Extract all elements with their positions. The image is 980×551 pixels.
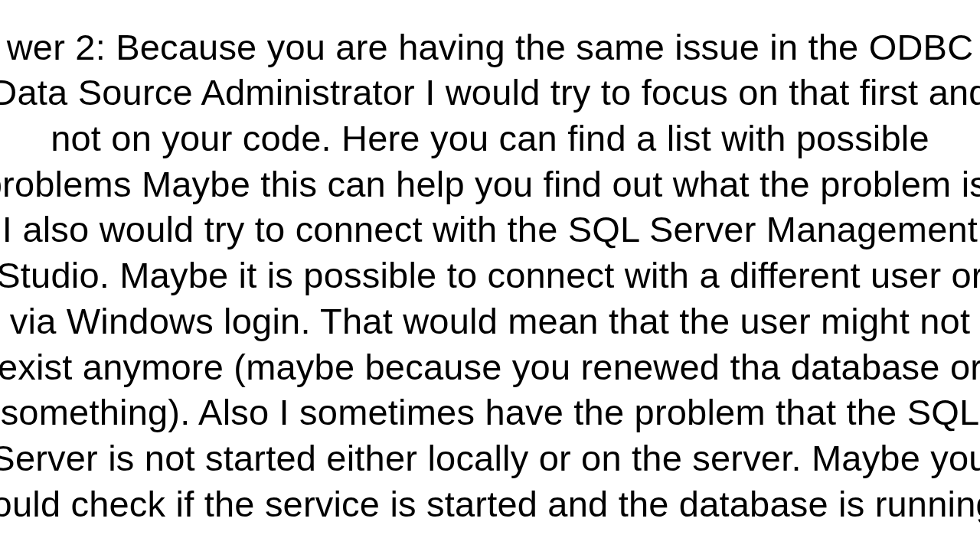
- page: wer 2: Because you are having the same i…: [0, 0, 980, 551]
- answer-body: Because you are having the same issue in…: [0, 27, 980, 524]
- answer-label: wer 2:: [7, 27, 116, 67]
- answer-text: wer 2: Because you are having the same i…: [0, 24, 980, 527]
